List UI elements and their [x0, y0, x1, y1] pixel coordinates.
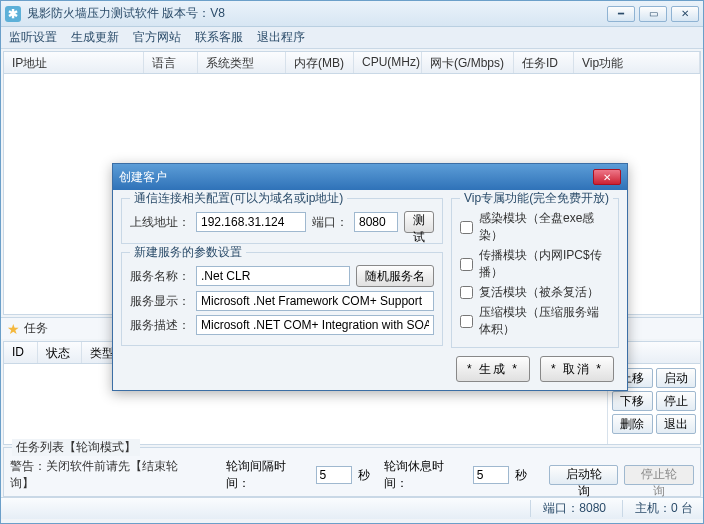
- delete-task-button[interactable]: 删除: [612, 414, 653, 434]
- chk-infect[interactable]: [460, 221, 473, 234]
- col-vip[interactable]: Vip功能: [574, 52, 700, 73]
- status-hosts: 主机：0 台: [622, 500, 693, 517]
- maximize-button[interactable]: ▭: [639, 6, 667, 22]
- col-cpu[interactable]: CPU(MHz): [354, 52, 422, 73]
- svc-name-label: 服务名称：: [130, 268, 190, 285]
- col-lang[interactable]: 语言: [144, 52, 198, 73]
- col-os[interactable]: 系统类型: [198, 52, 286, 73]
- dialog-titlebar: 创建客户 ✕: [113, 164, 627, 190]
- stop-poll-button: 停止轮询: [624, 465, 694, 485]
- window-title: 鬼影防火墙压力测试软件 版本号：V8: [27, 5, 607, 22]
- chk-revive[interactable]: [460, 286, 473, 299]
- interval-label: 轮询间隔时间：: [226, 458, 309, 492]
- queue-warn: 警告：关闭软件前请先【结束轮询】: [10, 458, 200, 492]
- random-name-button[interactable]: 随机服务名: [356, 265, 434, 287]
- col-taskid[interactable]: 任务ID: [514, 52, 574, 73]
- svc-name-input[interactable]: [196, 266, 350, 286]
- tcol-state[interactable]: 状态: [38, 342, 82, 363]
- svc-display-input[interactable]: [196, 291, 434, 311]
- rest-label: 轮询休息时间：: [384, 458, 467, 492]
- menu-listen[interactable]: 监听设置: [9, 29, 57, 46]
- stop-task-button[interactable]: 停止: [656, 391, 697, 411]
- menu-generate[interactable]: 生成更新: [71, 29, 119, 46]
- dialog-title: 创建客户: [119, 169, 593, 186]
- tcol-id[interactable]: ID: [4, 342, 38, 363]
- menu-website[interactable]: 官方网站: [133, 29, 181, 46]
- minimize-button[interactable]: ━: [607, 6, 635, 22]
- queue-box: 任务列表【轮询模式】 警告：关闭软件前请先【结束轮询】 轮询间隔时间： 秒 轮询…: [3, 447, 701, 497]
- svc-display-label: 服务显示：: [130, 293, 190, 310]
- svc-desc-label: 服务描述：: [130, 317, 190, 334]
- close-button[interactable]: ✕: [671, 6, 699, 22]
- addr-input[interactable]: [196, 212, 306, 232]
- chk-compress[interactable]: [460, 315, 473, 328]
- menu-support[interactable]: 联系客服: [195, 29, 243, 46]
- hosts-header: IP地址 语言 系统类型 内存(MB) CPU(MHz) 网卡(G/Mbps) …: [4, 52, 700, 74]
- menubar: 监听设置 生成更新 官方网站 联系客服 退出程序: [1, 27, 703, 49]
- addr-label: 上线地址：: [130, 214, 190, 231]
- col-mem[interactable]: 内存(MB): [286, 52, 354, 73]
- generate-button[interactable]: * 生成 *: [456, 356, 530, 382]
- status-port: 端口：8080: [530, 500, 606, 517]
- test-button[interactable]: 测试: [404, 211, 434, 233]
- start-task-button[interactable]: 启动: [656, 368, 697, 388]
- menu-exit[interactable]: 退出程序: [257, 29, 305, 46]
- vip-group: Vip专属功能(完全免费开放) 感染模块（全盘exe感染） 传播模块（内网IPC…: [451, 198, 619, 348]
- titlebar: ✱ 鬼影防火墙压力测试软件 版本号：V8 ━ ▭ ✕: [1, 1, 703, 27]
- svc-group: 新建服务的参数设置 服务名称： 随机服务名 服务显示： 服务描述：: [121, 252, 443, 346]
- port-label: 端口：: [312, 214, 348, 231]
- chk-spread[interactable]: [460, 258, 473, 271]
- start-poll-button[interactable]: 启动轮询: [549, 465, 619, 485]
- move-down-button[interactable]: 下移: [612, 391, 653, 411]
- interval-input[interactable]: [316, 466, 352, 484]
- col-nic[interactable]: 网卡(G/Mbps): [422, 52, 514, 73]
- star-icon: ★: [7, 321, 20, 337]
- create-client-dialog: 创建客户 ✕ 通信连接相关配置(可以为域名或ip地址) 上线地址： 端口： 测试…: [112, 163, 628, 391]
- statusbar: 端口：8080 主机：0 台: [1, 497, 703, 519]
- dialog-close-button[interactable]: ✕: [593, 169, 621, 185]
- svc-desc-input[interactable]: [196, 315, 434, 335]
- conn-group: 通信连接相关配置(可以为域名或ip地址) 上线地址： 端口： 测试: [121, 198, 443, 244]
- cancel-button[interactable]: * 取消 *: [540, 356, 614, 382]
- exit-task-button[interactable]: 退出: [656, 414, 697, 434]
- col-ip[interactable]: IP地址: [4, 52, 144, 73]
- port-input[interactable]: [354, 212, 398, 232]
- app-icon: ✱: [5, 6, 21, 22]
- rest-input[interactable]: [473, 466, 509, 484]
- queue-legend: 任务列表【轮询模式】: [12, 439, 140, 456]
